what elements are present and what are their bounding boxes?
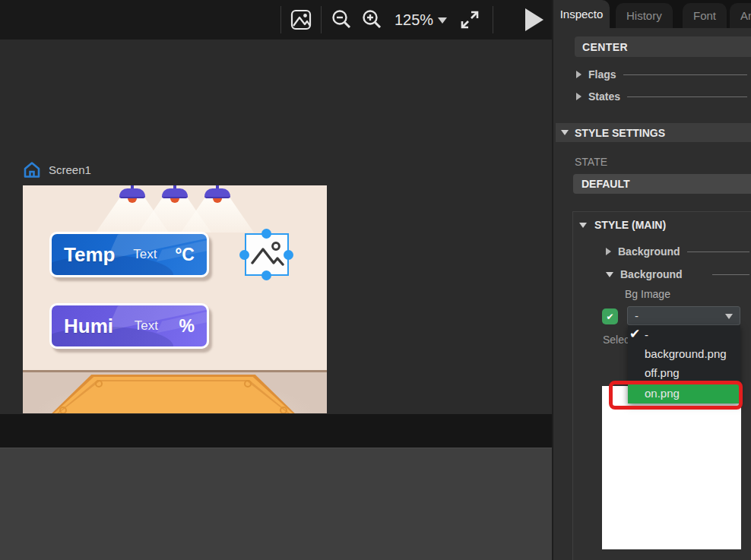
humi-label: Humi [64, 315, 113, 338]
bg-image-dropdown[interactable]: - [627, 306, 740, 325]
bg-image-label: Bg Image [625, 288, 670, 300]
tab-animation[interactable]: Ani [730, 3, 751, 28]
dropdown-selected-value: - [635, 309, 639, 322]
inspector-tabbar: History Font Ani Inspecto [553, 0, 751, 28]
dropdown-caret-icon [725, 314, 733, 319]
temp-widget[interactable]: Temp Text °C [49, 232, 209, 277]
selection-handle-right[interactable] [284, 250, 293, 260]
selection-handle-left[interactable] [239, 250, 249, 260]
zoom-level-value[interactable]: 125% [387, 11, 436, 29]
screen-header[interactable]: Screen1 [23, 161, 91, 179]
center-section-header[interactable]: CENTER [575, 36, 751, 57]
menu-item-on-png[interactable]: on.png [628, 382, 740, 403]
style-settings-header[interactable]: STYLE SETTINGS [556, 123, 751, 142]
temp-value-text: Text [133, 247, 157, 262]
selection-handle-top[interactable] [261, 229, 271, 239]
states-section-toggle[interactable]: States [576, 90, 747, 103]
menu-item-none[interactable]: ✔ - [628, 325, 740, 344]
humi-unit-label: % [179, 316, 195, 337]
image-mode-button[interactable] [286, 5, 316, 35]
toolbar-divider [280, 6, 281, 33]
chevron-right-icon [576, 71, 581, 78]
state-default-button[interactable]: DEFAULT [573, 174, 751, 194]
bg-image-checkbox[interactable]: ✔ [602, 308, 618, 324]
image-preview-area [602, 386, 741, 549]
bottom-bar [0, 414, 552, 448]
tab-history[interactable]: History [616, 3, 673, 28]
flags-section-toggle[interactable]: Flags [576, 68, 747, 81]
state-label: STATE [575, 156, 607, 168]
tab-font[interactable]: Font [683, 3, 727, 28]
design-workspace[interactable]: Screen1 [0, 40, 552, 414]
chevron-down-icon [561, 130, 569, 135]
background-collapsed-toggle[interactable]: Background [606, 245, 749, 258]
app-window: 125% Screen1 [0, 0, 751, 560]
play-button[interactable] [519, 5, 550, 35]
zoom-out-icon [330, 8, 353, 31]
image-placeholder-icon [246, 235, 287, 274]
zoom-in-button[interactable] [356, 5, 387, 35]
expand-icon [458, 8, 481, 31]
bottom-panel [0, 448, 552, 560]
humi-widget[interactable]: Humi Text % [49, 303, 209, 349]
chevron-right-icon [606, 248, 611, 255]
background-expanded-toggle[interactable]: Background [606, 268, 749, 280]
chevron-down-icon [579, 223, 587, 228]
menu-item-off-png[interactable]: off.png [628, 363, 740, 382]
zoom-in-icon [360, 8, 383, 31]
check-icon: ✔ [606, 312, 613, 322]
screen-name-label[interactable]: Screen1 [49, 163, 91, 176]
fit-to-screen-button[interactable] [455, 5, 485, 35]
play-icon [525, 8, 543, 31]
screen-canvas[interactable]: Temp Text °C Humi Text % [23, 185, 327, 413]
zoom-out-button[interactable] [326, 5, 356, 35]
menu-item-background-png[interactable]: background.png [628, 344, 740, 363]
toolbar-divider [321, 6, 322, 33]
tab-inspector[interactable]: Inspecto [553, 0, 610, 28]
inspector-panel: History Font Ani Inspecto CENTER Flags S… [553, 0, 751, 560]
home-icon [23, 161, 41, 179]
style-main-header[interactable]: STYLE (MAIN) [579, 219, 666, 231]
check-icon: ✔ [629, 326, 640, 342]
humi-value-text: Text [135, 318, 158, 334]
bg-image-dropdown-menu: ✔ - background.png off.png on.png [628, 325, 740, 403]
picture-icon [290, 8, 312, 31]
chevron-right-icon [576, 93, 581, 100]
chevron-down-icon [606, 272, 613, 277]
select-label: Selec [603, 334, 629, 346]
selection-handle-bottom[interactable] [261, 271, 271, 280]
zoom-caret-icon[interactable] [438, 17, 447, 24]
toolbar-divider [493, 6, 493, 33]
temp-unit-label: °C [175, 245, 195, 265]
temp-label: Temp [64, 243, 115, 267]
top-toolbar: 125% [0, 0, 553, 40]
selected-image-widget[interactable] [245, 233, 289, 276]
